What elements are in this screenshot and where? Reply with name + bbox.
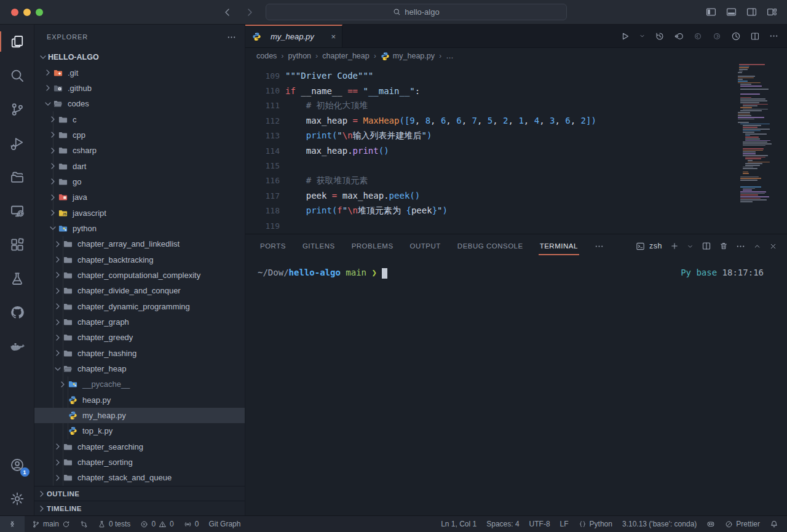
- split-editor-icon[interactable]: [750, 31, 760, 41]
- activity-settings[interactable]: [0, 482, 34, 515]
- folder-item--pycache-[interactable]: __pycache__: [34, 376, 245, 392]
- activity-testing[interactable]: [0, 261, 34, 295]
- panel-tab-debug-console[interactable]: DEBUG CONSOLE: [457, 242, 523, 250]
- kill-terminal-icon[interactable]: [719, 242, 728, 250]
- terminal-more-actions-icon[interactable]: [736, 242, 745, 251]
- folder-item--github[interactable]: .github: [34, 81, 245, 96]
- status-git-graph[interactable]: Git Graph: [204, 516, 245, 532]
- activity-folders[interactable]: [0, 160, 34, 194]
- status-tests[interactable]: 0 tests: [93, 516, 135, 532]
- folder-item-chapter-dynamic-programming[interactable]: chapter_dynamic_programming: [34, 299, 245, 314]
- navigate-forward-icon[interactable]: [245, 7, 255, 17]
- panel-tab-ports[interactable]: PORTS: [260, 242, 286, 250]
- folder-item-chapter-backtracking[interactable]: chapter_backtracking: [34, 252, 245, 267]
- folder-item-chapter-array-and-linkedlist[interactable]: chapter_array_and_linkedlist: [34, 236, 245, 252]
- folder-item-javascript[interactable]: JSjavascript: [34, 205, 245, 220]
- folder-item-chapter-sorting[interactable]: chapter_sorting: [34, 455, 245, 470]
- toggle-secondary-sidebar-icon[interactable]: [746, 7, 757, 17]
- status-prettier[interactable]: Prettier: [720, 516, 765, 532]
- status-cursor-position[interactable]: Ln 1, Col 1: [436, 516, 481, 532]
- activity-github[interactable]: [0, 295, 34, 329]
- file-item-my-heap-py[interactable]: my_heap.py: [34, 408, 245, 423]
- activity-explorer[interactable]: [0, 25, 34, 58]
- activity-docker[interactable]: [0, 329, 34, 363]
- gitlens-graph-icon[interactable]: [731, 31, 741, 41]
- folder-item-chapter-divide-and-conquer[interactable]: chapter_divide_and_conquer: [34, 283, 245, 298]
- navigate-back-icon[interactable]: [223, 7, 232, 17]
- status-eol[interactable]: LF: [555, 516, 574, 532]
- navigate-back-edit-icon[interactable]: [674, 31, 684, 41]
- status-git-branch[interactable]: main: [27, 516, 75, 532]
- status-problems[interactable]: 00: [135, 516, 178, 532]
- editor-more-actions-icon[interactable]: [769, 31, 778, 41]
- breadcrumb-item--[interactable]: …: [446, 52, 454, 60]
- close-panel-icon[interactable]: [769, 242, 777, 250]
- folder-item-cpp[interactable]: cpp: [34, 127, 245, 143]
- activity-search[interactable]: [0, 58, 34, 92]
- breadcrumb-item-chapter-heap[interactable]: chapter_heap: [322, 52, 369, 60]
- customize-layout-icon[interactable]: [767, 7, 777, 17]
- folder-item-codes[interactable]: codes: [34, 96, 245, 111]
- split-terminal-icon[interactable]: [702, 241, 711, 251]
- zoom-window-button[interactable]: [36, 9, 43, 16]
- status-python-interpreter[interactable]: 3.10.13 ('base': conda): [617, 516, 702, 532]
- status-encoding[interactable]: UTF-8: [524, 516, 555, 532]
- activity-remote-explorer[interactable]: [0, 194, 34, 228]
- folder-item-csharp[interactable]: csharp: [34, 143, 245, 158]
- close-window-button[interactable]: [11, 9, 18, 16]
- folder-item-go[interactable]: go: [34, 174, 245, 189]
- folder-item-chapter-hashing[interactable]: chapter_hashing: [34, 346, 245, 361]
- toggle-panel-icon[interactable]: [726, 7, 737, 17]
- run-dropdown-icon[interactable]: [639, 33, 646, 39]
- folder-item-chapter-greedy[interactable]: chapter_greedy: [34, 330, 245, 345]
- minimap[interactable]: [738, 64, 777, 203]
- panel-tab-output[interactable]: OUTPUT: [410, 242, 441, 250]
- activity-extensions[interactable]: [0, 228, 34, 261]
- maximize-panel-icon[interactable]: [753, 242, 761, 250]
- status-language-mode[interactable]: Python: [574, 516, 617, 532]
- close-tab-icon[interactable]: ×: [331, 32, 336, 41]
- panel-tab-terminal[interactable]: TERMINAL: [540, 242, 578, 250]
- breadcrumb-item-my-heap-py[interactable]: my_heap.py: [381, 52, 435, 61]
- breadcrumb-item-codes[interactable]: codes: [256, 52, 277, 60]
- new-terminal-icon[interactable]: [670, 242, 679, 250]
- folder-item-java[interactable]: java: [34, 189, 245, 205]
- panel-tab-problems[interactable]: PROBLEMS: [352, 242, 394, 250]
- run-button[interactable]: [620, 31, 630, 41]
- next-change-icon[interactable]: [712, 31, 722, 41]
- folder-item-dart[interactable]: dart: [34, 158, 245, 173]
- tab-my-heap-py[interactable]: my_heap.py ×: [245, 25, 342, 47]
- activity-run-and-debug[interactable]: [0, 126, 34, 160]
- status-indentation[interactable]: Spaces: 4: [481, 516, 524, 532]
- folder-item--git[interactable]: .git: [34, 65, 245, 80]
- status-notifications[interactable]: [765, 516, 783, 532]
- section-outline[interactable]: OUTLINE: [34, 486, 245, 501]
- command-center-search[interactable]: hello-algo: [266, 4, 567, 20]
- folder-item-chapter-computational-complexity[interactable]: chapter_computational_complexity: [34, 268, 245, 283]
- section-timeline[interactable]: TIMELINE: [34, 501, 245, 515]
- breadcrumb-item-python[interactable]: python: [288, 52, 312, 60]
- folder-item-chapter-heap[interactable]: chapter_heap: [34, 361, 245, 376]
- activity-accounts[interactable]: 1: [0, 448, 34, 482]
- panel-tabs-more-icon[interactable]: [595, 242, 604, 251]
- timeline-history-icon[interactable]: [655, 31, 665, 41]
- status-copilot[interactable]: [702, 516, 720, 532]
- folder-item-hello-algo[interactable]: HELLO-ALGO: [34, 49, 245, 65]
- file-item-heap-py[interactable]: heap.py: [34, 392, 245, 408]
- code-editor[interactable]: 109"""Driver Code"""110if __name__ == "_…: [245, 64, 787, 234]
- terminal-dropdown-icon[interactable]: [687, 243, 694, 250]
- folder-item-chapter-searching[interactable]: chapter_searching: [34, 439, 245, 455]
- folder-item-c[interactable]: c: [34, 111, 245, 127]
- explorer-more-actions-icon[interactable]: [227, 33, 236, 42]
- status-source-control-compare[interactable]: [75, 516, 93, 532]
- panel-tab-gitlens[interactable]: GITLENS: [303, 242, 335, 250]
- status-ports[interactable]: 0: [179, 516, 204, 532]
- toggle-sidebar-icon[interactable]: [706, 7, 716, 17]
- folder-item-chapter-stack-and-queue[interactable]: chapter_stack_and_queue: [34, 470, 245, 485]
- folder-item-chapter-graph[interactable]: chapter_graph: [34, 314, 245, 330]
- folder-item-python[interactable]: python: [34, 221, 245, 236]
- activity-source-control[interactable]: [0, 92, 34, 126]
- terminal[interactable]: ~/Dow/hello-algo main ❯ Py base 18:17:16: [245, 258, 787, 515]
- minimize-window-button[interactable]: [23, 9, 31, 16]
- prev-change-icon[interactable]: [693, 31, 703, 41]
